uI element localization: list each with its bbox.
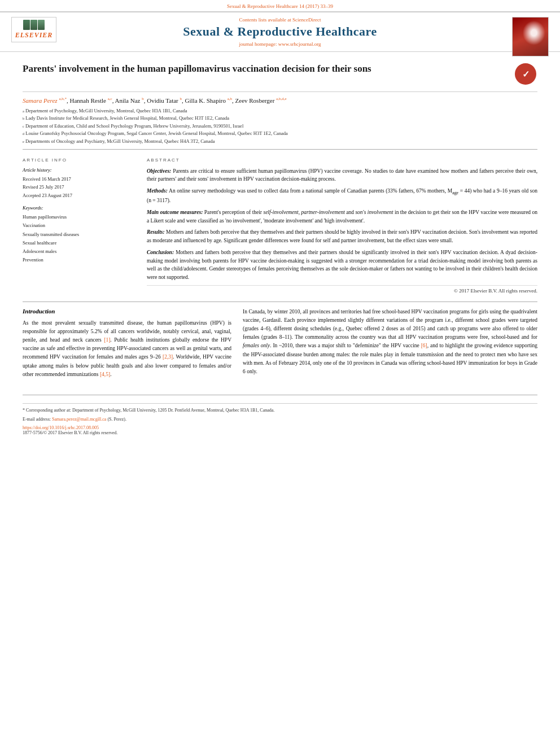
abstract-methods: Methods: An online survey methodology wa…	[147, 187, 537, 205]
author-6: Zeev Rosberger	[235, 97, 275, 104]
footer-divider	[23, 403, 537, 404]
results-label: Results:	[147, 229, 165, 235]
author-4: Ovidiu Tatar	[147, 97, 178, 104]
issn-line: 1877-5756/© 2017 Elsevier B.V. All right…	[23, 430, 537, 435]
crossmark-badge: ✓	[515, 63, 537, 86]
article-body: Parents' involvement in the human papill…	[0, 52, 560, 439]
author-3-sup: b	[142, 97, 144, 101]
author-2: Hannah Restle	[69, 97, 106, 104]
affiliations: a Department of Psychology, McGill Unive…	[23, 107, 537, 146]
kw-1: Human papillomavirus	[23, 213, 135, 221]
intro-heading: Introduction	[23, 308, 231, 314]
footnote-star-text: * Corresponding author at: Department of…	[23, 408, 274, 413]
sciencedirect-link-text[interactable]: ScienceDirect	[292, 17, 321, 23]
ref-6[interactable]: [6]	[421, 343, 427, 348]
conclusion-text: Mothers and fathers both perceive that t…	[147, 250, 537, 280]
article-title: Parents' involvement in the human papill…	[23, 62, 371, 76]
main-left-col: Introduction As the most prevalent sexua…	[23, 308, 231, 383]
author-1: Samara Perez	[23, 97, 58, 104]
methods-text: An online survey methodology was used to…	[147, 188, 537, 203]
footnote-star: * Corresponding author at: Department of…	[23, 407, 537, 414]
journal-thumb-image	[513, 18, 548, 56]
footer-section: * Corresponding author at: Department of…	[23, 395, 537, 439]
author-5: Gilla K. Shapiro	[185, 97, 226, 104]
sciencedirect-line: Contents lists available at ScienceDirec…	[183, 17, 377, 23]
abstract-objectives: Objectives: Parents are critical to ensu…	[147, 167, 537, 184]
journal-homepage-link[interactable]: www.srhcjournal.org	[278, 41, 321, 47]
author-5-sup: a,b	[228, 97, 232, 101]
ref-2-3[interactable]: [2,3]	[163, 354, 173, 360]
author-6-sup: a,b,d,e	[276, 97, 286, 101]
abstract-outcomes: Main outcome measures: Parent's percepti…	[147, 208, 537, 225]
revised-date: Revised 25 July 2017	[23, 183, 135, 191]
intro-para-2: In Canada, by winter 2010, all provinces…	[243, 308, 537, 377]
article-history: Article history: Received 16 March 2017 …	[23, 167, 135, 199]
main-right-col: In Canada, by winter 2010, all provinces…	[243, 308, 537, 383]
email-link[interactable]: Samara.perez@mail.mcgill.ca	[52, 417, 106, 422]
keywords-section: Keywords: Human papillomavirus Vaccinati…	[23, 205, 135, 265]
elsevier-brand-text: ELSEVIER	[14, 31, 54, 40]
accepted-date: Accepted 23 August 2017	[23, 191, 135, 199]
outcomes-text: Parent's perception of their self-involv…	[147, 209, 537, 224]
author-1-sup: a,b,*	[59, 97, 67, 101]
received-date: Received 16 March 2017	[23, 175, 135, 183]
authors-line: Samara Perez a,b,*, Hannah Restle a,c, A…	[23, 97, 537, 104]
svg-text:✓: ✓	[522, 69, 530, 79]
affil-a: a Department of Psychology, McGill Unive…	[23, 107, 537, 115]
crossmark-icon: ✓	[515, 63, 536, 85]
keywords-title: Keywords:	[23, 205, 135, 211]
journal-title: Sexual & Reproductive Healthcare	[183, 24, 377, 39]
email-suffix: (S. Perez).	[107, 417, 126, 422]
outcomes-label: Main outcome measures:	[147, 209, 203, 215]
females-only-italic: females only	[243, 343, 270, 348]
affil-b: b Lady Davis Institute for Medical Resea…	[23, 115, 537, 123]
author-2-sup: a,c	[108, 97, 112, 101]
methods-label: Methods:	[147, 188, 168, 194]
affil-c: c Department of Education, Child and Sch…	[23, 123, 537, 130]
journal-citation: Sexual & Reproductive Healthcare 14 (201…	[227, 3, 333, 9]
results-text: Mothers and fathers both perceive that t…	[147, 229, 537, 243]
journal-homepage-line: journal homepage: www.srhcjournal.org	[183, 41, 377, 47]
journal-header: ELSEVIER Contents lists available at Sci…	[0, 11, 560, 52]
affil-e: e Departments of Oncology and Psychiatry…	[23, 138, 537, 146]
abstract-conclusion: Conclusion: Mothers and fathers both per…	[147, 248, 537, 282]
main-content: Introduction As the most prevalent sexua…	[23, 302, 537, 395]
kw-5: Adolescent males	[23, 247, 135, 256]
kw-3: Sexually transmitted diseases	[23, 230, 135, 239]
history-title: Article history:	[23, 167, 135, 173]
kw-6: Prevention	[23, 256, 135, 264]
abstract-col: ABSTRACT Objectives: Parents are critica…	[147, 158, 537, 294]
ref-1[interactable]: [1]	[104, 337, 110, 343]
kw-2: Vaccination	[23, 221, 135, 230]
footnote-email: E-mail address: Samara.perez@mail.mcgill…	[23, 416, 537, 423]
doi-link[interactable]: https://doi.org/10.1016/j.srhc.2017.08.0…	[23, 425, 537, 430]
affil-d: d Louise Granofsky Psychosocial Oncology…	[23, 130, 537, 138]
authors-section: Samara Perez a,b,*, Hannah Restle a,c, A…	[23, 92, 537, 149]
article-title-section: Parents' involvement in the human papill…	[23, 52, 537, 92]
objectives-text: Parents are critical to ensure sufficien…	[147, 168, 537, 182]
elsevier-logo-top-text	[14, 20, 54, 30]
author-3: Anila Naz	[115, 97, 141, 104]
objectives-label: Objectives:	[147, 168, 171, 174]
abstract-results: Results: Mothers and fathers both percei…	[147, 228, 537, 244]
email-label: E-mail address:	[23, 417, 51, 422]
ref-4-5[interactable]: [4,5]	[100, 372, 110, 377]
intro-para-1: As the most prevalent sexually transmitt…	[23, 319, 231, 379]
journal-citation-bar: Sexual & Reproductive Healthcare 14 (201…	[0, 0, 560, 11]
author-4-sup: b	[180, 97, 182, 101]
abstract-label: ABSTRACT	[147, 158, 537, 163]
journal-thumbnail	[512, 17, 549, 56]
article-info-col: ARTICLE INFO Article history: Received 1…	[23, 158, 135, 294]
article-info-label: ARTICLE INFO	[23, 158, 135, 163]
article-info-abstract-section: ARTICLE INFO Article history: Received 1…	[23, 149, 537, 302]
conclusion-label: Conclusion:	[147, 250, 174, 255]
copyright-line: © 2017 Elsevier B.V. All rights reserved…	[147, 285, 537, 294]
elsevier-logo: ELSEVIER	[11, 17, 56, 42]
journal-center: Contents lists available at ScienceDirec…	[183, 17, 377, 47]
kw-4: Sexual healthcare	[23, 239, 135, 247]
